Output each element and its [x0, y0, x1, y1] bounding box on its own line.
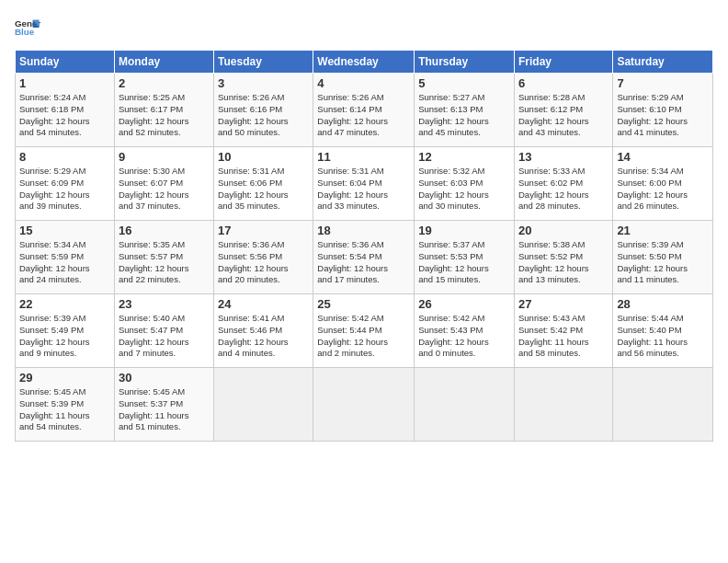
- day-info: Sunrise: 5:45 AM Sunset: 5:37 PM Dayligh…: [119, 386, 210, 433]
- day-info: Sunrise: 5:36 AM Sunset: 5:54 PM Dayligh…: [317, 239, 410, 286]
- calendar-cell: [214, 368, 313, 442]
- calendar-cell: [514, 368, 612, 442]
- day-number: 9: [119, 150, 210, 164]
- calendar-cell: 28Sunrise: 5:44 AM Sunset: 5:40 PM Dayli…: [613, 294, 713, 368]
- calendar-cell: 20Sunrise: 5:38 AM Sunset: 5:52 PM Dayli…: [514, 221, 612, 294]
- logo-icon: General Blue: [15, 15, 40, 40]
- weekday-header: Thursday: [415, 51, 515, 74]
- day-info: Sunrise: 5:35 AM Sunset: 5:57 PM Dayligh…: [119, 239, 210, 286]
- day-number: 12: [418, 150, 510, 164]
- calendar-cell: 17Sunrise: 5:36 AM Sunset: 5:56 PM Dayli…: [214, 221, 313, 294]
- calendar-cell: 8Sunrise: 5:29 AM Sunset: 6:09 PM Daylig…: [16, 147, 115, 221]
- header-row: SundayMondayTuesdayWednesdayThursdayFrid…: [16, 51, 713, 74]
- calendar-header: General Blue: [15, 15, 713, 40]
- calendar-cell: 3Sunrise: 5:26 AM Sunset: 6:16 PM Daylig…: [214, 74, 313, 147]
- day-number: 14: [617, 150, 709, 164]
- weekday-header: Saturday: [613, 51, 713, 74]
- day-info: Sunrise: 5:29 AM Sunset: 6:10 PM Dayligh…: [617, 92, 709, 139]
- calendar-week-row: 1Sunrise: 5:24 AM Sunset: 6:18 PM Daylig…: [16, 74, 713, 147]
- day-number: 18: [317, 224, 410, 237]
- day-info: Sunrise: 5:25 AM Sunset: 6:17 PM Dayligh…: [119, 92, 210, 139]
- day-info: Sunrise: 5:30 AM Sunset: 6:07 PM Dayligh…: [119, 166, 210, 213]
- calendar-cell: 10Sunrise: 5:31 AM Sunset: 6:06 PM Dayli…: [214, 147, 313, 221]
- day-number: 24: [218, 297, 309, 311]
- day-info: Sunrise: 5:34 AM Sunset: 5:59 PM Dayligh…: [19, 239, 110, 286]
- calendar-cell: 21Sunrise: 5:39 AM Sunset: 5:50 PM Dayli…: [613, 221, 713, 294]
- calendar-cell: 24Sunrise: 5:41 AM Sunset: 5:46 PM Dayli…: [214, 294, 313, 368]
- day-info: Sunrise: 5:37 AM Sunset: 5:53 PM Dayligh…: [418, 239, 510, 286]
- logo: General Blue: [15, 15, 42, 40]
- day-number: 26: [418, 297, 510, 311]
- day-info: Sunrise: 5:44 AM Sunset: 5:40 PM Dayligh…: [617, 313, 709, 360]
- day-info: Sunrise: 5:26 AM Sunset: 6:16 PM Dayligh…: [218, 92, 309, 139]
- calendar-week-row: 8Sunrise: 5:29 AM Sunset: 6:09 PM Daylig…: [16, 147, 713, 221]
- day-number: 23: [119, 297, 210, 311]
- calendar-cell: 1Sunrise: 5:24 AM Sunset: 6:18 PM Daylig…: [16, 74, 115, 147]
- day-info: Sunrise: 5:31 AM Sunset: 6:04 PM Dayligh…: [317, 166, 410, 213]
- day-info: Sunrise: 5:41 AM Sunset: 5:46 PM Dayligh…: [218, 313, 309, 360]
- weekday-header: Friday: [514, 51, 612, 74]
- day-number: 16: [119, 224, 210, 237]
- calendar-cell: 9Sunrise: 5:30 AM Sunset: 6:07 PM Daylig…: [114, 147, 213, 221]
- calendar-cell: 30Sunrise: 5:45 AM Sunset: 5:37 PM Dayli…: [114, 368, 213, 442]
- calendar-cell: 15Sunrise: 5:34 AM Sunset: 5:59 PM Dayli…: [16, 221, 115, 294]
- calendar-week-row: 29Sunrise: 5:45 AM Sunset: 5:39 PM Dayli…: [16, 368, 713, 442]
- day-number: 6: [518, 76, 609, 90]
- day-info: Sunrise: 5:39 AM Sunset: 5:50 PM Dayligh…: [617, 239, 709, 286]
- day-number: 25: [317, 297, 410, 311]
- calendar-week-row: 15Sunrise: 5:34 AM Sunset: 5:59 PM Dayli…: [16, 221, 713, 294]
- day-info: Sunrise: 5:42 AM Sunset: 5:44 PM Dayligh…: [317, 313, 410, 360]
- weekday-header: Sunday: [16, 51, 115, 74]
- day-number: 7: [617, 76, 709, 90]
- day-number: 2: [119, 76, 210, 90]
- calendar-cell: 14Sunrise: 5:34 AM Sunset: 6:00 PM Dayli…: [613, 147, 713, 221]
- calendar-tbody: 1Sunrise: 5:24 AM Sunset: 6:18 PM Daylig…: [16, 74, 713, 442]
- calendar-cell: 6Sunrise: 5:28 AM Sunset: 6:12 PM Daylig…: [514, 74, 612, 147]
- calendar-cell: [613, 368, 713, 442]
- day-info: Sunrise: 5:34 AM Sunset: 6:00 PM Dayligh…: [617, 166, 709, 213]
- calendar-table: SundayMondayTuesdayWednesdayThursdayFrid…: [15, 50, 713, 442]
- weekday-header: Monday: [114, 51, 213, 74]
- calendar-cell: 11Sunrise: 5:31 AM Sunset: 6:04 PM Dayli…: [313, 147, 415, 221]
- day-info: Sunrise: 5:39 AM Sunset: 5:49 PM Dayligh…: [19, 313, 110, 360]
- day-number: 22: [19, 297, 110, 311]
- calendar-cell: 16Sunrise: 5:35 AM Sunset: 5:57 PM Dayli…: [114, 221, 213, 294]
- calendar-week-row: 22Sunrise: 5:39 AM Sunset: 5:49 PM Dayli…: [16, 294, 713, 368]
- day-info: Sunrise: 5:32 AM Sunset: 6:03 PM Dayligh…: [418, 166, 510, 213]
- day-info: Sunrise: 5:24 AM Sunset: 6:18 PM Dayligh…: [19, 92, 110, 139]
- calendar-cell: [313, 368, 415, 442]
- calendar-cell: 19Sunrise: 5:37 AM Sunset: 5:53 PM Dayli…: [415, 221, 515, 294]
- day-info: Sunrise: 5:36 AM Sunset: 5:56 PM Dayligh…: [218, 239, 309, 286]
- calendar-cell: 2Sunrise: 5:25 AM Sunset: 6:17 PM Daylig…: [114, 74, 213, 147]
- day-number: 27: [518, 297, 609, 311]
- calendar-cell: 5Sunrise: 5:27 AM Sunset: 6:13 PM Daylig…: [415, 74, 515, 147]
- calendar-cell: 12Sunrise: 5:32 AM Sunset: 6:03 PM Dayli…: [415, 147, 515, 221]
- day-info: Sunrise: 5:45 AM Sunset: 5:39 PM Dayligh…: [19, 386, 110, 433]
- day-number: 28: [617, 297, 709, 311]
- day-info: Sunrise: 5:42 AM Sunset: 5:43 PM Dayligh…: [418, 313, 510, 360]
- calendar-container: General Blue SundayMondayTuesdayWednesda…: [0, 0, 728, 563]
- day-number: 4: [317, 76, 410, 90]
- weekday-header: Wednesday: [313, 51, 415, 74]
- day-number: 19: [418, 224, 510, 237]
- day-number: 29: [19, 371, 110, 385]
- day-number: 20: [518, 224, 609, 237]
- day-number: 3: [218, 76, 309, 90]
- day-number: 1: [19, 76, 110, 90]
- day-number: 21: [617, 224, 709, 237]
- calendar-cell: 7Sunrise: 5:29 AM Sunset: 6:10 PM Daylig…: [613, 74, 713, 147]
- day-info: Sunrise: 5:26 AM Sunset: 6:14 PM Dayligh…: [317, 92, 410, 139]
- day-number: 15: [19, 224, 110, 237]
- day-info: Sunrise: 5:38 AM Sunset: 5:52 PM Dayligh…: [518, 239, 609, 286]
- day-info: Sunrise: 5:40 AM Sunset: 5:47 PM Dayligh…: [119, 313, 210, 360]
- day-number: 10: [218, 150, 309, 164]
- weekday-header: Tuesday: [214, 51, 313, 74]
- calendar-cell: 27Sunrise: 5:43 AM Sunset: 5:42 PM Dayli…: [514, 294, 612, 368]
- calendar-cell: 18Sunrise: 5:36 AM Sunset: 5:54 PM Dayli…: [313, 221, 415, 294]
- calendar-cell: 25Sunrise: 5:42 AM Sunset: 5:44 PM Dayli…: [313, 294, 415, 368]
- svg-text:Blue: Blue: [15, 27, 35, 37]
- calendar-thead: SundayMondayTuesdayWednesdayThursdayFrid…: [16, 51, 713, 74]
- calendar-cell: [415, 368, 515, 442]
- day-info: Sunrise: 5:31 AM Sunset: 6:06 PM Dayligh…: [218, 166, 309, 213]
- day-number: 17: [218, 224, 309, 237]
